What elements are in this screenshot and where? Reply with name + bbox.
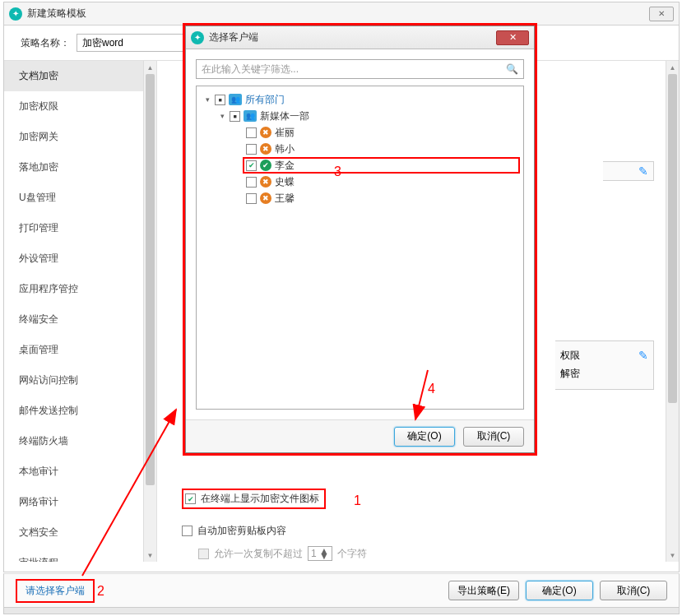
edit-icon[interactable]: ✎ <box>638 164 648 178</box>
cb-show-icon-check[interactable] <box>185 493 196 504</box>
user-label: 崔丽 <box>275 126 295 140</box>
search-placeholder: 在此输入关键字筛选... <box>202 63 506 76</box>
tree-user-4[interactable]: ✖ 王馨 <box>200 190 520 206</box>
user-label: 王馨 <box>275 192 295 206</box>
sidebar-item-approval[interactable]: 审批流程 <box>4 548 156 562</box>
dialog-footer: 确定(O) 取消(C) <box>186 419 534 452</box>
client-tree[interactable]: ▾ 👥 所有部门 ▾ 👥 新媒体一部 ✖ 崔丽 <box>196 86 524 410</box>
bottom-strip <box>3 608 680 614</box>
sidebar-scrollbar[interactable]: ▲ ▼ <box>143 61 156 562</box>
user-check[interactable] <box>246 144 257 155</box>
sidebar-item-encrypt-perm[interactable]: 加密权限 <box>4 91 156 122</box>
dialog-titlebar: ✦ 选择客户端 ✕ <box>186 26 534 49</box>
scroll-down-icon[interactable]: ▼ <box>666 549 679 562</box>
frag-decrypt-label: 解密 <box>560 367 580 381</box>
ok-button[interactable]: 确定(O) <box>526 581 593 600</box>
dialog-title: 选择客户端 <box>209 30 496 44</box>
user-status-icon: ✖ <box>260 192 271 204</box>
sidebar-item-print[interactable]: 打印管理 <box>4 213 156 243</box>
spinner-arrows-icon: ▲▼ <box>319 549 329 558</box>
tree-user-0[interactable]: ✖ 崔丽 <box>200 124 520 141</box>
export-button[interactable]: 导出策略(E) <box>448 581 519 600</box>
sidebar-item-term-security[interactable]: 终端安全 <box>4 304 156 335</box>
sidebar-item-desktop[interactable]: 桌面管理 <box>4 335 156 365</box>
dialog-cancel-button[interactable]: 取消(C) <box>463 427 524 447</box>
chevron-down-icon[interactable]: ▾ <box>218 112 226 120</box>
user-status-icon: ✖ <box>260 143 271 155</box>
user-status-icon: ✖ <box>260 127 271 138</box>
edit-icon[interactable]: ✎ <box>638 349 648 362</box>
sidebar-item-doc-encrypt[interactable]: 文档加密 <box>4 61 156 91</box>
cb-auto-clip-check[interactable] <box>182 526 193 536</box>
user-label: 李金 <box>275 159 295 173</box>
scroll-thumb[interactable] <box>668 74 677 403</box>
search-input[interactable]: 在此输入关键字筛选... 🔍 <box>196 59 524 79</box>
tree-root-check[interactable] <box>215 95 225 105</box>
content-scrollbar[interactable]: ▲ ▼ <box>666 61 679 562</box>
sidebar-item-usb[interactable]: U盘管理 <box>4 183 156 213</box>
tree-user-3[interactable]: ✖ 史蝶 <box>200 174 520 190</box>
select-client-dialog: ✦ 选择客户端 ✕ 在此输入关键字筛选... 🔍 ▾ 👥 所有部门 ▾ 👥 <box>185 25 535 453</box>
policy-name-label: 策略名称： <box>21 36 70 50</box>
sidebar-item-doc-safe[interactable]: 文档安全 <box>4 517 156 548</box>
user-label: 韩小 <box>275 142 295 156</box>
cb-show-icon-label: 在终端上显示加密文件图标 <box>201 492 319 506</box>
app-icon: ✦ <box>9 7 22 21</box>
sidebar: 文档加密 加密权限 加密网关 落地加密 U盘管理 打印管理 外设管理 应用程序管… <box>4 61 157 562</box>
cb-allow-copy-prefix: 允许一次复制不超过 <box>214 547 303 561</box>
scroll-up-icon[interactable]: ▲ <box>666 61 679 74</box>
user-status-icon: ✔ <box>260 160 271 171</box>
cb-auto-clip-label: 自动加密剪贴板内容 <box>197 524 286 538</box>
frag-perm-label: 权限 <box>560 349 580 363</box>
copy-count-spinner: 1 ▲▼ <box>308 546 332 561</box>
checkbox-block: 在终端上显示加密文件图标 自动加密剪贴板内容 允许一次复制不超过 1 ▲▼ 个字… <box>182 489 367 569</box>
cb-auto-clip-row[interactable]: 自动加密剪贴板内容 <box>182 524 367 538</box>
cancel-button[interactable]: 取消(C) <box>600 581 667 600</box>
footer-bar: 请选择客户端 导出策略(E) 确定(O) 取消(C) <box>3 573 680 608</box>
tree-dept1[interactable]: ▾ 👥 新媒体一部 <box>200 108 520 124</box>
sidebar-item-web-access[interactable]: 网站访问控制 <box>4 365 156 396</box>
dept-icon: 👥 <box>244 110 257 122</box>
scroll-thumb[interactable] <box>146 74 155 485</box>
cb-allow-copy-check <box>198 549 209 559</box>
dialog-highlight-border: ✦ 选择客户端 ✕ 在此输入关键字筛选... 🔍 ▾ 👥 所有部门 ▾ 👥 <box>183 23 537 456</box>
cb-show-icon-row[interactable]: 在终端上显示加密文件图标 <box>182 489 326 509</box>
copy-count-value: 1 <box>311 548 317 559</box>
panel-fragment-top: ✎ <box>603 161 654 181</box>
user-label: 史蝶 <box>275 175 295 189</box>
sidebar-item-app-control[interactable]: 应用程序管控 <box>4 274 156 304</box>
user-check[interactable] <box>246 160 257 171</box>
dialog-close-button[interactable]: ✕ <box>496 30 529 45</box>
select-client-link[interactable]: 请选择客户端 <box>16 579 95 603</box>
sidebar-item-landing-encrypt[interactable]: 落地加密 <box>4 152 156 183</box>
main-close-button[interactable]: ✕ <box>649 7 674 21</box>
sidebar-item-local-audit[interactable]: 本地审计 <box>4 456 156 487</box>
main-title: 新建策略模板 <box>27 7 649 21</box>
search-icon[interactable]: 🔍 <box>506 63 518 75</box>
user-check[interactable] <box>246 127 257 138</box>
scroll-down-icon[interactable]: ▼ <box>144 549 156 562</box>
dialog-icon: ✦ <box>191 31 204 44</box>
tree-user-2[interactable]: ✔ 李金 <box>243 157 520 174</box>
cb-allow-copy-suffix: 个字符 <box>337 547 367 561</box>
tree-dept1-check[interactable] <box>230 111 240 122</box>
user-status-icon: ✖ <box>260 176 271 188</box>
user-check[interactable] <box>246 177 257 188</box>
tree-root-label: 所有部门 <box>245 93 285 107</box>
panel-fragment-mid: 权限 ✎ 解密 <box>555 340 654 390</box>
sidebar-item-peripheral[interactable]: 外设管理 <box>4 243 156 274</box>
cb-allow-copy-row: 允许一次复制不超过 1 ▲▼ 个字符 <box>198 546 367 561</box>
sidebar-item-firewall[interactable]: 终端防火墙 <box>4 426 156 456</box>
user-check[interactable] <box>246 193 257 204</box>
scroll-up-icon[interactable]: ▲ <box>144 61 156 74</box>
sidebar-item-net-audit[interactable]: 网络审计 <box>4 487 156 517</box>
dialog-ok-button[interactable]: 确定(O) <box>394 427 455 447</box>
tree-root[interactable]: ▾ 👥 所有部门 <box>200 91 520 108</box>
tree-user-1[interactable]: ✖ 韩小 <box>200 141 520 157</box>
sidebar-item-encrypt-gateway[interactable]: 加密网关 <box>4 122 156 152</box>
tree-dept1-label: 新媒体一部 <box>260 109 309 123</box>
chevron-down-icon[interactable]: ▾ <box>203 95 211 104</box>
main-titlebar: ✦ 新建策略模板 ✕ <box>4 2 679 25</box>
dept-icon: 👥 <box>229 94 242 105</box>
sidebar-item-mail[interactable]: 邮件发送控制 <box>4 396 156 426</box>
